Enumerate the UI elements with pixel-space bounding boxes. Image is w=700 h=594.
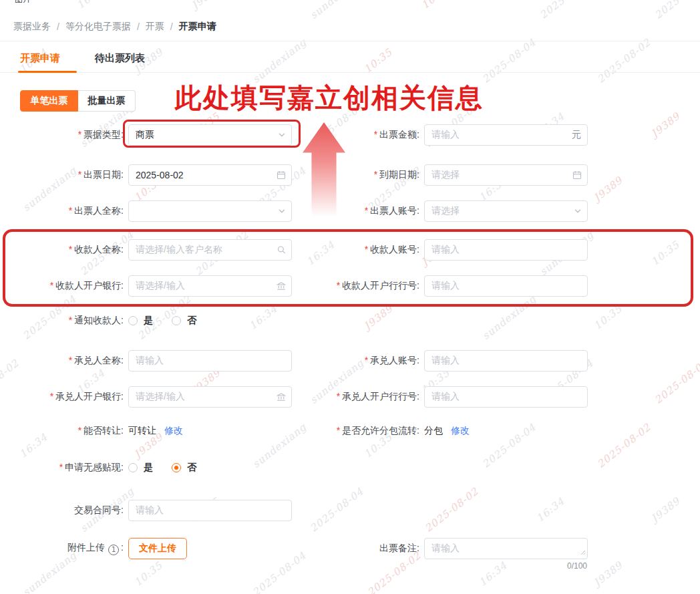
silent-discount-yes-label[interactable]: 是 [144, 462, 153, 474]
payee-bank-input[interactable]: 请选择/输入 [128, 275, 292, 297]
drawer-name-select[interactable] [128, 200, 292, 222]
payee-bank-no-placeholder: 请输入 [431, 280, 460, 292]
remark-placeholder: 请输入 [431, 543, 460, 555]
field-amount: *出票金额: 请输入 元 [296, 124, 588, 146]
watermark-text: 2025-08-02 [653, 0, 700, 21]
silent-discount-radio-yes[interactable] [128, 463, 138, 472]
watermark-text: 2025-08-02 [595, 421, 653, 470]
watermark-text: 16:34 [75, 0, 108, 11]
silent-discount-no-label[interactable]: 否 [187, 462, 196, 474]
remark-label: 出票备注: [296, 543, 419, 555]
contract-no-input[interactable]: 请输入 [128, 500, 292, 521]
acceptor-account-input[interactable]: 请输入 [424, 350, 588, 372]
payee-account-placeholder: 请输入 [431, 244, 460, 256]
invoice-apply-page: 2025-08-0216:34J9389sundexiang10:352025-… [0, 0, 700, 594]
watermark-text: 2025-08-02 [653, 357, 700, 406]
batch-issue-button[interactable]: 批量出票 [78, 90, 136, 112]
info-icon[interactable]: 1 [108, 545, 119, 555]
payee-name-placeholder: 请选择/输入客户名称 [136, 244, 222, 256]
field-acceptor-bank-no: *承兑人开户行行号: 请输入 [296, 386, 588, 408]
calendar-icon [277, 170, 286, 180]
resize-handle-icon[interactable] [580, 547, 586, 557]
field-bill-type: *票据类型: 商票 [0, 124, 292, 146]
required-mark: * [69, 315, 72, 325]
acceptor-name-input[interactable]: 请输入 [128, 350, 292, 372]
amount-label: *出票金额: [296, 129, 419, 141]
notify-payee-radio-yes[interactable] [128, 316, 138, 325]
transferable-label: *能否转让: [0, 425, 124, 437]
drawer-name-label: *出票人全称: [0, 205, 124, 217]
tab-invoice-apply[interactable]: 开票申请 [20, 52, 60, 65]
silent-discount-radio-no[interactable] [172, 463, 181, 472]
transferable-modify-link[interactable]: 修改 [164, 425, 183, 437]
acceptor-bank-no-placeholder: 请输入 [431, 391, 460, 403]
remark-textarea[interactable]: 请输入 [424, 538, 588, 559]
watermark-text: J9389 [592, 559, 625, 589]
contract-no-label: 交易合同号: [0, 504, 124, 516]
annotation-title: 此处填写嘉立创相关信息 [175, 80, 484, 116]
acceptor-bank-placeholder: 请选择/输入 [136, 391, 185, 403]
acceptor-name-label: *承兑人全称: [0, 355, 124, 367]
watermark-text: 10:35 [419, 0, 452, 11]
acceptor-name-placeholder: 请输入 [136, 355, 164, 367]
file-upload-button[interactable]: 文件上传 [128, 538, 187, 559]
watermark-text: 10:35 [362, 46, 395, 76]
payee-name-input[interactable]: 请选择/输入客户名称 [128, 239, 292, 261]
due-date-picker[interactable]: 请选择 [424, 164, 588, 186]
subpackage-modify-link[interactable]: 修改 [451, 425, 470, 437]
watermark-text: J9389 [190, 0, 223, 11]
notify-payee-no-label[interactable]: 否 [187, 315, 196, 327]
due-date-placeholder: 请选择 [431, 169, 460, 181]
field-subpackage: *是否允许分包流转: 分包 修改 [296, 420, 470, 442]
due-date-label: *到期日期: [296, 169, 419, 181]
field-drawer-name: *出票人全称: [0, 200, 292, 222]
single-issue-button[interactable]: 单笔出票 [20, 90, 78, 112]
drawer-account-select[interactable]: 请选择 [424, 200, 588, 222]
issue-date-picker[interactable]: 2025-08-02 [128, 164, 292, 186]
calendar-icon [572, 170, 582, 180]
contract-no-placeholder: 请输入 [136, 504, 164, 516]
required-mark: * [337, 280, 340, 291]
bill-type-label: *票据类型: [0, 129, 124, 141]
tab-pending-list[interactable]: 待出票列表 [95, 52, 145, 65]
search-icon [277, 246, 286, 255]
bill-type-select[interactable]: 商票 [128, 124, 292, 146]
field-payee-bank-no: *收款人开户行行号: 请输入 [296, 275, 588, 297]
payee-account-input[interactable]: 请输入 [424, 239, 588, 261]
field-acceptor-account: *承兑人账号: 请输入 [296, 350, 588, 372]
clipped-top-text: 图片 [15, 0, 31, 5]
payee-bank-no-input[interactable]: 请输入 [424, 275, 588, 297]
watermark-text: sundexiang [308, 0, 366, 21]
payee-account-label: *收款人账号: [296, 244, 419, 256]
field-drawer-account: *出票人账号: 请选择 [296, 200, 588, 222]
notify-payee-radio-no[interactable] [172, 316, 181, 325]
breadcrumb-item[interactable]: 等分化电子票据 [65, 21, 131, 33]
required-mark: * [374, 129, 377, 140]
divider [0, 41, 700, 41]
watermark-text: 16:34 [247, 303, 280, 332]
field-remark: 出票备注: 请输入 [296, 538, 588, 559]
required-mark: * [50, 391, 53, 402]
required-mark: * [69, 205, 72, 216]
payee-bank-placeholder: 请选择/输入 [136, 280, 185, 292]
breadcrumb-item-current: 开票申请 [179, 21, 216, 33]
acceptor-bank-input[interactable]: 请选择/输入 [128, 386, 292, 408]
field-attachment: 附件上传1: 文件上传 [0, 538, 187, 559]
amount-unit-suffix: 元 [572, 129, 581, 141]
issue-mode-group: 单笔出票 批量出票 [20, 90, 136, 112]
notify-payee-label: *通知收款人: [0, 315, 124, 327]
bank-icon [277, 392, 286, 402]
acceptor-bank-no-input[interactable]: 请输入 [424, 386, 588, 408]
watermark-text: 10:35 [132, 559, 165, 589]
field-issue-date: *出票日期: 2025-08-02 [0, 164, 292, 186]
amount-input[interactable]: 请输入 元 [424, 124, 588, 146]
notify-payee-yes-label[interactable]: 是 [144, 315, 153, 327]
watermark-text: 10:35 [592, 303, 625, 332]
field-notify-payee: *通知收款人: 是 否 [0, 310, 196, 331]
breadcrumb-item[interactable]: 开票 [146, 21, 164, 33]
watermark-text: sundexiang [250, 36, 309, 86]
payee-bank-no-label: *收款人开户行行号: [296, 280, 419, 292]
required-mark: * [365, 244, 368, 255]
breadcrumb-item[interactable]: 票据业务 [13, 21, 51, 33]
required-mark: * [69, 355, 72, 365]
